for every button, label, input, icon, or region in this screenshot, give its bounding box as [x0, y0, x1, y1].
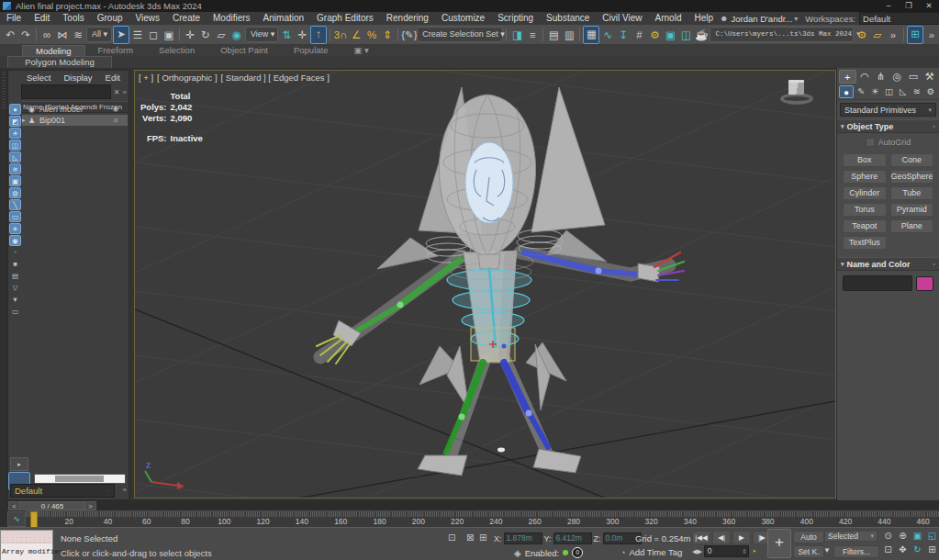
key-mode-clock-icon[interactable]: ◔ — [751, 546, 756, 556]
node-name[interactable]: Bip001 — [39, 116, 104, 125]
toggle-scene-explorer-icon[interactable]: ▤ — [546, 27, 561, 43]
menu-item[interactable]: Civil View — [596, 12, 648, 25]
menu-item[interactable]: Group — [91, 12, 129, 25]
scrollbar-thumb[interactable] — [55, 476, 105, 482]
go-to-start-button[interactable]: |◀◀ — [692, 531, 710, 544]
isolate-selection-icon[interactable]: ⊡ — [448, 532, 455, 543]
redo-icon[interactable]: ↷ — [18, 27, 33, 43]
object-type-button[interactable]: Cone — [890, 153, 934, 167]
frame-spinner-icon[interactable]: ⇕ — [742, 546, 748, 556]
toolbar-overflow-chevron[interactable]: » — [886, 27, 900, 43]
toggle-layer-explorer-icon[interactable]: ▥ — [562, 27, 576, 43]
play-button[interactable]: ▶ — [732, 531, 751, 544]
object-type-button[interactable]: Pyramid — [890, 203, 934, 217]
ribbon-tab-selection[interactable]: Selection — [146, 45, 207, 56]
expand-arrow-icon[interactable]: ▸ — [22, 117, 28, 124]
select-and-move-icon[interactable]: ✛ — [183, 27, 197, 43]
autogrid-checkbox[interactable] — [866, 138, 875, 147]
viewport-shading-menu[interactable]: [ Standard ] [ Edged Faces ] — [221, 73, 330, 83]
filter-geometry-toggle[interactable]: ● — [9, 104, 21, 115]
explorer-folder-icon[interactable]: ▭ — [9, 307, 21, 318]
render-setup-icon[interactable]: ▣ — [663, 27, 677, 43]
filter-selection-sets-toggle[interactable]: ▫ — [9, 247, 21, 258]
polygon-modeling-panel[interactable]: Polygon Modeling — [7, 56, 112, 68]
selection-lock-icon[interactable]: ⊠ — [466, 532, 474, 543]
ribbon-tab-freeform[interactable]: Freeform — [85, 45, 147, 56]
menu-item[interactable]: Customize — [435, 12, 491, 25]
biped-icon[interactable]: ♟ — [28, 117, 39, 125]
explorer-name-dropdown[interactable]: Default · — [10, 484, 115, 498]
named-selection-set-dropdown[interactable]: Create Selection Set ▾ — [417, 27, 503, 42]
time-slider-handle[interactable]: < 0 / 465 > — [8, 501, 96, 510]
edit-named-selection-sets-icon[interactable]: {✎} — [401, 27, 416, 43]
current-frame-field[interactable]: 0 ⇕ — [704, 545, 749, 557]
geometry-eye-icon[interactable]: ◉ — [28, 106, 39, 114]
object-type-button[interactable]: GeoSphere — [890, 170, 934, 184]
object-type-button[interactable]: Sphere — [843, 170, 887, 184]
rectangular-selection-region-icon[interactable]: ◻ — [146, 27, 161, 43]
tab-display[interactable]: ▭ — [906, 70, 922, 84]
schematic-view-icon[interactable]: # — [632, 27, 646, 43]
selection-filter-dropdown[interactable]: All ▾ — [86, 27, 112, 42]
adaptive-degradation-icon[interactable]: ◈ — [514, 548, 521, 558]
y-value-field[interactable]: 6.412m — [553, 532, 592, 544]
keyboard-shortcut-override-icon[interactable]: ↑ — [310, 26, 327, 44]
filter-groups-toggle[interactable]: ▣ — [9, 175, 21, 186]
object-name-input[interactable] — [843, 275, 912, 291]
category-systems[interactable]: ⚙ — [924, 85, 937, 98]
previous-frame-button[interactable]: ◀| — [712, 531, 731, 544]
menu-item[interactable]: Animation — [257, 12, 310, 25]
menu-item[interactable]: Graph Editors — [310, 12, 380, 25]
filter-shapes-toggle[interactable]: ◩ — [9, 116, 21, 127]
mini-curve-editor-button[interactable]: ∿ — [7, 511, 26, 527]
filter-space-warps-toggle[interactable]: ≋ — [9, 163, 21, 174]
zoom-extents-all-icon[interactable]: ◱ — [925, 530, 939, 543]
pan-icon[interactable]: ✥ — [896, 543, 910, 556]
viewport-pov-menu[interactable]: [ Orthographic ] — [157, 73, 217, 83]
ribbon-config-dropdown[interactable]: ▣ ▾ — [341, 45, 381, 56]
time-slider-track[interactable]: < 0 / 465 > — [7, 500, 939, 510]
frame-back-button[interactable]: < — [8, 501, 20, 510]
object-type-button[interactable]: Cylinder — [843, 186, 887, 200]
explorer-filter-funnel-solid-icon[interactable]: ▼ — [9, 295, 21, 306]
tree-row-bip001[interactable]: ▸ ♟ Bip001 ❄ — [22, 115, 128, 126]
listener-text[interactable]: Array modifier — [1, 543, 52, 559]
menu-item[interactable]: Rendering — [380, 12, 435, 25]
viewcube-cube[interactable] — [788, 80, 804, 95]
project-folder-dropdown[interactable]: C:\Users\myers\...ts\3ds Max 2024 ▾ — [710, 27, 854, 42]
zoom-all-icon[interactable]: ⊕ — [896, 530, 910, 543]
object-type-button[interactable]: Plane — [890, 219, 934, 233]
object-type-button[interactable]: TextPlus — [843, 236, 887, 250]
object-color-swatch[interactable] — [916, 276, 933, 291]
filters-button[interactable]: Filters... — [833, 545, 879, 558]
menu-item[interactable]: Edit — [28, 12, 56, 25]
category-helpers[interactable]: ◺ — [897, 85, 910, 98]
scene-explorer-menu-item[interactable]: Display — [58, 73, 97, 83]
menu-item[interactable]: Substance — [540, 12, 596, 25]
explorer-more-icon[interactable]: » — [123, 486, 127, 494]
spinner-snap-toggle-icon[interactable]: ⇕ — [380, 27, 395, 43]
explorer-horizontal-scrollbar[interactable] — [34, 474, 126, 484]
signed-in-user[interactable]: Jordan D'andr... — [732, 14, 793, 24]
select-and-rotate-icon[interactable]: ↻ — [198, 27, 213, 43]
object-type-button[interactable]: Torus — [843, 203, 887, 217]
workspace-dropdown[interactable]: Default ▾ — [859, 12, 939, 25]
percent-snap-toggle-icon[interactable]: % — [364, 27, 379, 43]
orbit-icon[interactable]: ↻ — [911, 543, 924, 556]
object-type-rollout-header[interactable]: ▾ Object Type ▪ — [837, 119, 939, 133]
material-editor-icon[interactable]: ⚙ — [647, 27, 662, 43]
maxscript-mini-listener[interactable]: Array modifier — [0, 530, 53, 560]
align-icon[interactable]: ≡ — [525, 27, 540, 43]
listener-macro-row[interactable] — [1, 531, 52, 543]
rendered-frame-window-icon[interactable]: ◫ — [678, 27, 693, 43]
filter-helpers-toggle[interactable]: ◺ — [9, 151, 21, 162]
menu-item[interactable]: File — [0, 12, 28, 25]
viewport-general-menu[interactable]: [ + ] — [139, 73, 153, 83]
minimize-button[interactable]: – — [878, 0, 899, 12]
menu-item[interactable]: Modifiers — [207, 12, 257, 25]
filter-bones-toggle[interactable]: ╲ — [9, 199, 21, 210]
primitive-category-dropdown[interactable]: Standard Primitives ▾ — [840, 103, 936, 117]
auto-key-button[interactable]: Auto — [793, 531, 824, 543]
autobackup-icon[interactable]: ⊞ — [907, 26, 923, 44]
menu-item[interactable]: Help — [687, 12, 720, 25]
